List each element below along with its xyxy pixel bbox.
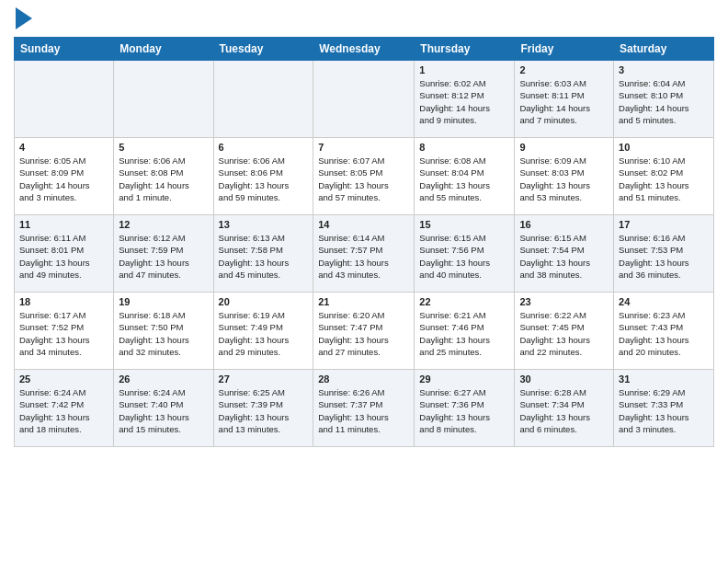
day-number: 12 [119, 219, 208, 230]
header-cell-wednesday: Wednesday [313, 38, 415, 61]
day-cell: 14Sunrise: 6:14 AM Sunset: 7:57 PM Dayli… [313, 215, 415, 293]
day-number: 8 [419, 142, 509, 153]
day-cell: 7Sunrise: 6:07 AM Sunset: 8:05 PM Daylig… [313, 138, 415, 215]
day-info: Sunrise: 6:02 AM Sunset: 8:12 PM Dayligh… [419, 77, 509, 126]
day-number: 22 [419, 296, 509, 307]
day-number: 14 [318, 219, 409, 230]
day-number: 29 [419, 373, 509, 385]
week-row-1: 1Sunrise: 6:02 AM Sunset: 8:12 PM Daylig… [15, 61, 714, 138]
day-cell: 5Sunrise: 6:06 AM Sunset: 8:08 PM Daylig… [114, 138, 213, 215]
day-cell: 27Sunrise: 6:25 AM Sunset: 7:39 PM Dayli… [213, 370, 313, 447]
day-info: Sunrise: 6:04 AM Sunset: 8:10 PM Dayligh… [619, 77, 709, 126]
page: SundayMondayTuesdayWednesdayThursdayFrid… [0, 0, 728, 456]
header-cell-sunday: Sunday [15, 38, 114, 61]
day-info: Sunrise: 6:15 AM Sunset: 7:56 PM Dayligh… [419, 232, 509, 281]
day-info: Sunrise: 6:27 AM Sunset: 7:36 PM Dayligh… [419, 386, 509, 435]
day-info: Sunrise: 6:28 AM Sunset: 7:34 PM Dayligh… [519, 386, 609, 435]
day-cell: 6Sunrise: 6:06 AM Sunset: 8:06 PM Daylig… [213, 138, 313, 215]
day-number: 27 [219, 373, 309, 385]
day-cell [114, 61, 213, 138]
day-info: Sunrise: 6:18 AM Sunset: 7:50 PM Dayligh… [119, 309, 208, 358]
logo [14, 9, 32, 29]
day-cell: 31Sunrise: 6:29 AM Sunset: 7:33 PM Dayli… [614, 370, 714, 447]
day-number: 19 [119, 296, 208, 307]
header-cell-thursday: Thursday [415, 38, 515, 61]
day-number: 4 [19, 142, 108, 153]
day-cell [213, 61, 313, 138]
day-number: 10 [619, 142, 709, 153]
day-cell: 13Sunrise: 6:13 AM Sunset: 7:58 PM Dayli… [213, 215, 313, 293]
day-info: Sunrise: 6:13 AM Sunset: 7:58 PM Dayligh… [219, 232, 309, 281]
day-info: Sunrise: 6:17 AM Sunset: 7:52 PM Dayligh… [19, 309, 108, 358]
day-number: 11 [19, 219, 108, 230]
day-info: Sunrise: 6:19 AM Sunset: 7:49 PM Dayligh… [219, 309, 309, 358]
day-number: 2 [519, 64, 609, 75]
day-cell: 2Sunrise: 6:03 AM Sunset: 8:11 PM Daylig… [515, 61, 614, 138]
header [14, 9, 714, 29]
day-number: 30 [519, 373, 609, 385]
day-number: 1 [419, 64, 509, 75]
day-info: Sunrise: 6:21 AM Sunset: 7:46 PM Dayligh… [419, 309, 509, 358]
day-cell: 20Sunrise: 6:19 AM Sunset: 7:49 PM Dayli… [213, 293, 313, 370]
day-number: 13 [219, 219, 309, 230]
day-info: Sunrise: 6:11 AM Sunset: 8:01 PM Dayligh… [19, 232, 108, 281]
header-cell-monday: Monday [114, 38, 213, 61]
day-number: 5 [119, 142, 208, 153]
day-cell: 25Sunrise: 6:24 AM Sunset: 7:42 PM Dayli… [15, 370, 114, 447]
day-info: Sunrise: 6:08 AM Sunset: 8:04 PM Dayligh… [419, 155, 509, 203]
day-cell: 17Sunrise: 6:16 AM Sunset: 7:53 PM Dayli… [614, 215, 714, 293]
day-cell: 28Sunrise: 6:26 AM Sunset: 7:37 PM Dayli… [313, 370, 415, 447]
day-info: Sunrise: 6:05 AM Sunset: 8:09 PM Dayligh… [19, 155, 108, 203]
day-number: 31 [619, 373, 709, 385]
day-cell: 30Sunrise: 6:28 AM Sunset: 7:34 PM Dayli… [515, 370, 614, 447]
day-info: Sunrise: 6:12 AM Sunset: 7:59 PM Dayligh… [119, 232, 208, 281]
day-cell: 10Sunrise: 6:10 AM Sunset: 8:02 PM Dayli… [614, 138, 714, 215]
day-info: Sunrise: 6:22 AM Sunset: 7:45 PM Dayligh… [519, 309, 609, 358]
day-info: Sunrise: 6:09 AM Sunset: 8:03 PM Dayligh… [519, 155, 609, 203]
day-cell: 9Sunrise: 6:09 AM Sunset: 8:03 PM Daylig… [515, 138, 614, 215]
day-cell: 1Sunrise: 6:02 AM Sunset: 8:12 PM Daylig… [415, 61, 515, 138]
day-cell: 12Sunrise: 6:12 AM Sunset: 7:59 PM Dayli… [114, 215, 213, 293]
day-cell: 22Sunrise: 6:21 AM Sunset: 7:46 PM Dayli… [415, 293, 515, 370]
calendar-table: SundayMondayTuesdayWednesdayThursdayFrid… [14, 37, 714, 447]
day-info: Sunrise: 6:20 AM Sunset: 7:47 PM Dayligh… [318, 309, 409, 358]
day-info: Sunrise: 6:16 AM Sunset: 7:53 PM Dayligh… [619, 232, 709, 281]
day-number: 16 [519, 219, 609, 230]
day-cell: 3Sunrise: 6:04 AM Sunset: 8:10 PM Daylig… [614, 61, 714, 138]
day-info: Sunrise: 6:23 AM Sunset: 7:43 PM Dayligh… [619, 309, 709, 358]
day-info: Sunrise: 6:06 AM Sunset: 8:08 PM Dayligh… [119, 155, 208, 203]
day-info: Sunrise: 6:25 AM Sunset: 7:39 PM Dayligh… [219, 386, 309, 435]
day-info: Sunrise: 6:24 AM Sunset: 7:42 PM Dayligh… [19, 386, 108, 435]
day-number: 28 [318, 373, 409, 385]
header-cell-saturday: Saturday [614, 38, 714, 61]
day-cell: 29Sunrise: 6:27 AM Sunset: 7:36 PM Dayli… [415, 370, 515, 447]
day-number: 9 [519, 142, 609, 153]
day-info: Sunrise: 6:24 AM Sunset: 7:40 PM Dayligh… [119, 386, 208, 435]
week-row-5: 25Sunrise: 6:24 AM Sunset: 7:42 PM Dayli… [15, 370, 714, 447]
day-number: 18 [19, 296, 108, 307]
day-number: 21 [318, 296, 409, 307]
day-cell: 19Sunrise: 6:18 AM Sunset: 7:50 PM Dayli… [114, 293, 213, 370]
day-number: 23 [519, 296, 609, 307]
day-cell: 11Sunrise: 6:11 AM Sunset: 8:01 PM Dayli… [15, 215, 114, 293]
week-row-4: 18Sunrise: 6:17 AM Sunset: 7:52 PM Dayli… [15, 293, 714, 370]
day-number: 6 [219, 142, 309, 153]
day-number: 17 [619, 219, 709, 230]
day-cell: 26Sunrise: 6:24 AM Sunset: 7:40 PM Dayli… [114, 370, 213, 447]
day-info: Sunrise: 6:03 AM Sunset: 8:11 PM Dayligh… [519, 77, 609, 126]
day-info: Sunrise: 6:29 AM Sunset: 7:33 PM Dayligh… [619, 386, 709, 435]
header-cell-friday: Friday [515, 38, 614, 61]
day-number: 25 [19, 373, 108, 385]
logo-arrow-icon [16, 7, 32, 29]
day-number: 24 [619, 296, 709, 307]
day-number: 20 [219, 296, 309, 307]
day-cell: 4Sunrise: 6:05 AM Sunset: 8:09 PM Daylig… [15, 138, 114, 215]
day-info: Sunrise: 6:07 AM Sunset: 8:05 PM Dayligh… [318, 155, 409, 203]
day-number: 7 [318, 142, 409, 153]
day-cell [313, 61, 415, 138]
day-cell: 24Sunrise: 6:23 AM Sunset: 7:43 PM Dayli… [614, 293, 714, 370]
day-cell: 8Sunrise: 6:08 AM Sunset: 8:04 PM Daylig… [415, 138, 515, 215]
day-cell: 18Sunrise: 6:17 AM Sunset: 7:52 PM Dayli… [15, 293, 114, 370]
header-row: SundayMondayTuesdayWednesdayThursdayFrid… [15, 38, 714, 61]
day-number: 15 [419, 219, 509, 230]
